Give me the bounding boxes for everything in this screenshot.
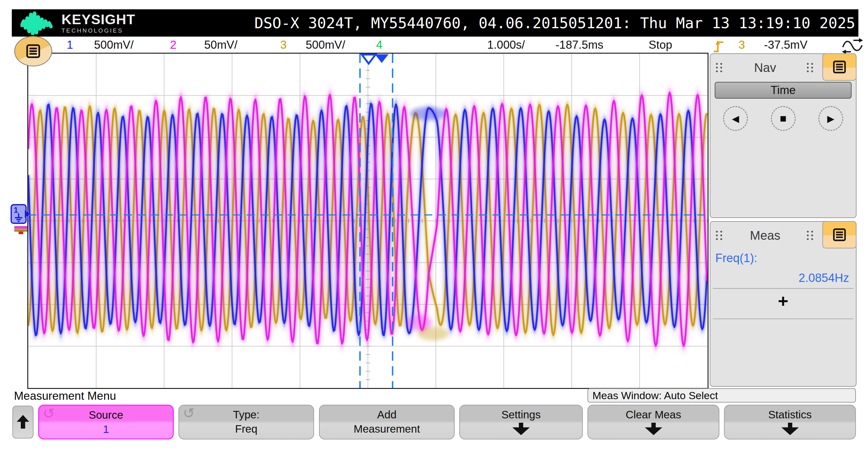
side-menu-button[interactable] bbox=[14, 36, 52, 66]
ch1-number[interactable]: 1 bbox=[67, 38, 73, 52]
nav-menu-button[interactable] bbox=[823, 53, 857, 81]
add-measurement-button[interactable]: + bbox=[710, 291, 856, 311]
plus-icon: + bbox=[778, 291, 788, 311]
oscilloscope-screen: KEYSIGHT TECHNOLOGIES DSO-X 3024T, MY554… bbox=[0, 0, 868, 450]
timebase-readout[interactable]: 1.000s/ bbox=[487, 38, 525, 52]
nav-stop-button[interactable]: ■ bbox=[771, 106, 796, 131]
ch1-ground-marker[interactable]: 1 bbox=[10, 204, 30, 225]
delay-readout[interactable]: -187.5ms bbox=[556, 38, 603, 52]
ch2-scale[interactable]: 50mV/ bbox=[204, 38, 238, 52]
rotate-knob-icon: ↺ bbox=[183, 405, 195, 421]
trigger-level-marker bbox=[19, 232, 23, 234]
system-status-text: DSO-X 3024T, MY55440760, 04.06.201505120… bbox=[254, 14, 858, 32]
run-state: Stop bbox=[649, 38, 672, 52]
title-bar: KEYSIGHT TECHNOLOGIES DSO-X 3024T, MY554… bbox=[12, 9, 858, 37]
measurement-label: Freq(1): bbox=[715, 252, 757, 265]
keysight-logo: KEYSIGHT TECHNOLOGIES bbox=[21, 11, 135, 35]
forward-icon: ▶ bbox=[827, 113, 834, 124]
ch2-number[interactable]: 2 bbox=[170, 38, 177, 52]
measurement-value: 2.0854Hz bbox=[799, 271, 849, 285]
rotate-knob-icon: ↺ bbox=[43, 405, 55, 422]
nav-back-button[interactable]: ◀ bbox=[723, 106, 748, 131]
menu-icon bbox=[832, 227, 847, 242]
up-arrow-icon bbox=[16, 415, 30, 429]
menu-icon bbox=[25, 43, 41, 59]
svg-text:1: 1 bbox=[14, 205, 18, 215]
softkey-add-measurement[interactable]: Add Measurement bbox=[319, 405, 455, 440]
drag-grip-icon[interactable] bbox=[806, 230, 814, 240]
waveform-display[interactable] bbox=[27, 53, 709, 389]
softkey-type[interactable]: ↺ Type: Freq bbox=[179, 405, 314, 440]
ch4-number[interactable]: 4 bbox=[376, 38, 383, 52]
meas-panel-title: Meas bbox=[710, 229, 820, 243]
divider bbox=[713, 319, 854, 319]
keysight-logo-wave-icon bbox=[21, 11, 57, 35]
back-icon: ◀ bbox=[732, 113, 739, 124]
down-arrow-icon bbox=[645, 423, 662, 436]
menu-icon bbox=[832, 60, 847, 74]
softkey-statistics[interactable]: Statistics bbox=[724, 405, 856, 440]
softkey-clear-meas[interactable]: Clear Meas bbox=[587, 405, 719, 440]
drag-grip-icon[interactable] bbox=[806, 62, 814, 72]
nav-panel-title: Nav bbox=[710, 61, 820, 75]
ch1-scale[interactable]: 500mV/ bbox=[94, 38, 134, 52]
ch3-number[interactable]: 3 bbox=[280, 38, 287, 52]
menu-title: Measurement Menu bbox=[14, 389, 116, 403]
brand-subtitle: TECHNOLOGIES bbox=[61, 28, 135, 33]
scope-graticule bbox=[28, 54, 708, 388]
nav-mode-time-button[interactable]: Time bbox=[715, 82, 851, 99]
ch3-ground-marker[interactable] bbox=[14, 229, 27, 232]
stop-icon: ■ bbox=[780, 112, 787, 125]
trigger-source[interactable]: 3 bbox=[739, 38, 745, 52]
ch2-ground-marker[interactable] bbox=[14, 226, 27, 229]
brand-name: KEYSIGHT bbox=[61, 12, 135, 26]
nav-panel: Nav Time ◀ ■ ▶ bbox=[710, 53, 857, 218]
meas-menu-button[interactable] bbox=[823, 221, 857, 249]
trigger-rising-edge-icon bbox=[713, 39, 725, 53]
ch3-scale[interactable]: 500mV/ bbox=[306, 38, 345, 52]
pan-zoom-waveform-icon bbox=[842, 37, 863, 55]
down-arrow-icon bbox=[513, 423, 530, 436]
trigger-level[interactable]: -37.5mV bbox=[764, 38, 807, 52]
down-arrow-icon bbox=[781, 423, 799, 436]
softkey-settings[interactable]: Settings bbox=[459, 405, 583, 440]
nav-forward-button[interactable]: ▶ bbox=[818, 106, 843, 131]
meas-panel: Meas Freq(1): 2.0854Hz + bbox=[710, 221, 857, 387]
menu-back-button[interactable] bbox=[12, 406, 33, 439]
meas-window-status[interactable]: Meas Window: Auto Select bbox=[587, 388, 856, 403]
divider bbox=[713, 288, 854, 289]
softkey-source[interactable]: ↺ Source 1 bbox=[38, 405, 174, 440]
